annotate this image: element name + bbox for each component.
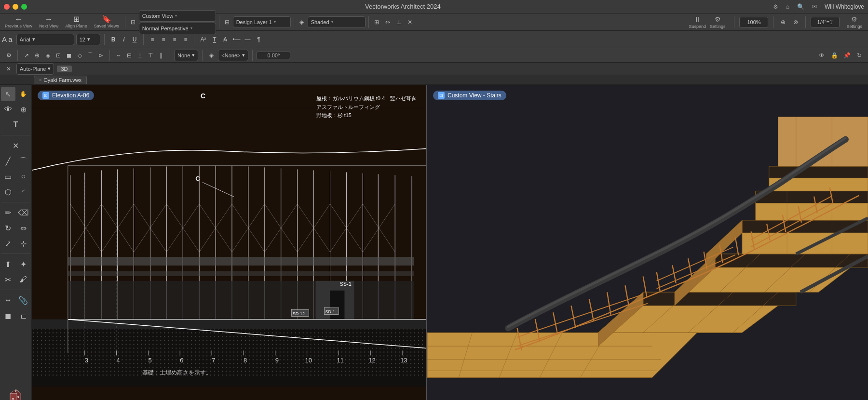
- snap-settings-icon[interactable]: ⚙: [4, 51, 14, 60]
- strikethrough-icon[interactable]: A̶: [220, 35, 230, 44]
- dash-icon[interactable]: —: [243, 35, 252, 44]
- superscript-icon[interactable]: A²: [198, 35, 208, 44]
- datasrc-icon[interactable]: ◈: [206, 51, 216, 60]
- mode5-icon[interactable]: ◼: [64, 51, 74, 60]
- snap2-icon[interactable]: ⊗: [791, 17, 800, 27]
- line-tool-button[interactable]: ╱: [1, 154, 15, 168]
- mode6-icon[interactable]: ◇: [75, 51, 84, 60]
- grid-icon[interactable]: ⊞: [372, 17, 381, 27]
- mode7-icon[interactable]: ⌒: [85, 51, 95, 60]
- perspective-dropdown[interactable]: Normal Perspective ▾: [139, 23, 216, 34]
- close-button[interactable]: [4, 4, 10, 10]
- cross-tool-button[interactable]: ✕: [9, 138, 23, 153]
- view-mode-icon[interactable]: ⊡: [128, 17, 138, 27]
- rect-tool-button[interactable]: ▭: [1, 169, 15, 184]
- pin-icon[interactable]: 📌: [842, 51, 852, 60]
- file-tab-close-icon[interactable]: ×: [39, 78, 41, 82]
- pan-tool-button[interactable]: 👁: [1, 102, 15, 117]
- measure-tool-button[interactable]: ↔: [1, 293, 15, 307]
- custom-view-dropdown[interactable]: Custom View ▾: [139, 10, 216, 22]
- align-plane-button[interactable]: ⊞ Align Plane: [62, 14, 90, 29]
- mode8-icon[interactable]: ⊳: [96, 51, 106, 60]
- autoplane-close-icon[interactable]: ✕: [4, 64, 14, 74]
- mail-icon[interactable]: ✉: [812, 3, 817, 10]
- angle-input[interactable]: [257, 52, 290, 59]
- autoplane-dropdown[interactable]: Auto-Plane ▾: [16, 63, 54, 75]
- viewport-elevation[interactable]: ⊡ Elevation A-06 屋根：ガルバリウム鋼板 t0.4 竪ハゼ葺き …: [32, 85, 427, 400]
- zoom-tool-button[interactable]: ⊕: [16, 102, 31, 117]
- mode3-icon[interactable]: ◈: [43, 51, 53, 60]
- align-justify-button[interactable]: ≡: [181, 35, 190, 44]
- minimize-button[interactable]: [13, 4, 18, 10]
- align-left-button[interactable]: ≡: [148, 35, 157, 44]
- polygon-tool-button[interactable]: ⬡: [1, 185, 15, 199]
- snap-none-dropdown[interactable]: None ▾: [174, 50, 198, 61]
- settings2-button[interactable]: ⚙ Settings: [842, 15, 866, 29]
- underline-button[interactable]: U: [130, 35, 140, 44]
- arc-tool-button[interactable]: ◜: [16, 185, 31, 199]
- layer-dropdown[interactable]: Design Layer 1 ▾: [233, 16, 291, 28]
- snap-icon[interactable]: ⊕: [778, 17, 788, 27]
- autoplane-mode-btn[interactable]: 3D: [57, 66, 71, 72]
- align-center-button[interactable]: ≡: [159, 35, 168, 44]
- circle-tool-button[interactable]: ○: [16, 169, 31, 184]
- mode1-icon[interactable]: ↗: [22, 51, 31, 60]
- font-family-dropdown[interactable]: Arial ▾: [16, 34, 74, 45]
- gear-icon[interactable]: ⚙: [773, 3, 778, 10]
- saved-views-button[interactable]: 🔖 Saved Views: [91, 14, 122, 29]
- bullet-icon[interactable]: •—: [231, 35, 241, 44]
- refresh-icon[interactable]: ↻: [854, 51, 864, 60]
- 3d-move-button[interactable]: ✦: [16, 257, 31, 271]
- snap4-icon[interactable]: ⊟: [124, 51, 134, 60]
- settings-button[interactable]: ⚙ Settings: [710, 15, 726, 29]
- search-icon[interactable]: 🔍: [797, 3, 804, 10]
- close-icon[interactable]: ✕: [405, 17, 415, 27]
- italic-button[interactable]: I: [120, 35, 127, 44]
- mode4-icon[interactable]: ⊡: [54, 51, 63, 60]
- viewport-3d-stairs[interactable]: ⊡ Custom View - Stairs: [427, 85, 868, 400]
- resize-icon[interactable]: ⇔: [383, 17, 393, 27]
- snap5-icon[interactable]: ⊥: [135, 51, 145, 60]
- pencil-tool-button[interactable]: ✏: [1, 205, 15, 220]
- render-dropdown[interactable]: Shaded ▾: [308, 16, 366, 28]
- mirror-tool-button[interactable]: ⇔: [16, 221, 31, 235]
- mode2-icon[interactable]: ⊕: [32, 51, 42, 60]
- scale-tool-button[interactable]: ⤢: [1, 236, 15, 251]
- move-tool-button[interactable]: ⊹: [16, 236, 31, 251]
- surface-tool-button[interactable]: ◼: [1, 308, 15, 323]
- zoom-display[interactable]: 100%: [739, 17, 768, 27]
- visibility-icon[interactable]: 👁: [817, 51, 827, 60]
- attach-tool-button[interactable]: 📎: [16, 293, 31, 307]
- suspend-button[interactable]: ⏸ Suspend: [689, 15, 706, 29]
- rotate-tool-button[interactable]: ↻: [1, 221, 15, 235]
- separator-2: [219, 16, 219, 28]
- select-tool-button[interactable]: ↖: [1, 87, 15, 101]
- extrude-tool-button[interactable]: ⬆: [1, 257, 15, 271]
- previous-view-button[interactable]: ← Previous View: [2, 14, 35, 29]
- text-tool-button[interactable]: T: [9, 118, 23, 132]
- font-size-dropdown[interactable]: 12 ▾: [76, 34, 100, 45]
- align-right-button[interactable]: ≡: [170, 35, 179, 44]
- snap3-icon[interactable]: ↔: [114, 51, 123, 60]
- render-icon[interactable]: ◈: [297, 17, 307, 27]
- snap6-icon[interactable]: ⊤: [146, 51, 155, 60]
- pipe-tool-button[interactable]: ⊏: [16, 308, 31, 323]
- scale-display[interactable]: 1/4"=1': [811, 17, 840, 27]
- eraser-tool-button[interactable]: ⌫: [16, 205, 31, 220]
- file-tab[interactable]: × Oyaki Farm.vwx: [34, 76, 87, 84]
- next-view-button[interactable]: → Next View: [36, 14, 61, 29]
- data-source-dropdown[interactable]: <None> ▾: [218, 50, 248, 61]
- paint-tool-button[interactable]: 🖌: [16, 272, 31, 287]
- bold-button[interactable]: B: [108, 35, 119, 44]
- home-icon[interactable]: ⌂: [786, 3, 789, 10]
- snap7-icon[interactable]: ∥: [156, 51, 166, 60]
- layer-icon[interactable]: ⊟: [222, 17, 232, 27]
- paragraph-icon[interactable]: ¶: [254, 35, 263, 44]
- underline2-icon[interactable]: T̲: [209, 35, 219, 44]
- polyline-tool-button[interactable]: ⌒: [16, 154, 31, 168]
- maximize-button[interactable]: [21, 4, 27, 10]
- lock-icon[interactable]: 🔒: [829, 51, 839, 60]
- direct-select-tool-button[interactable]: ✋: [16, 87, 31, 101]
- align2-icon[interactable]: ⊥: [394, 17, 404, 27]
- clip-tool-button[interactable]: ✂: [1, 272, 15, 287]
